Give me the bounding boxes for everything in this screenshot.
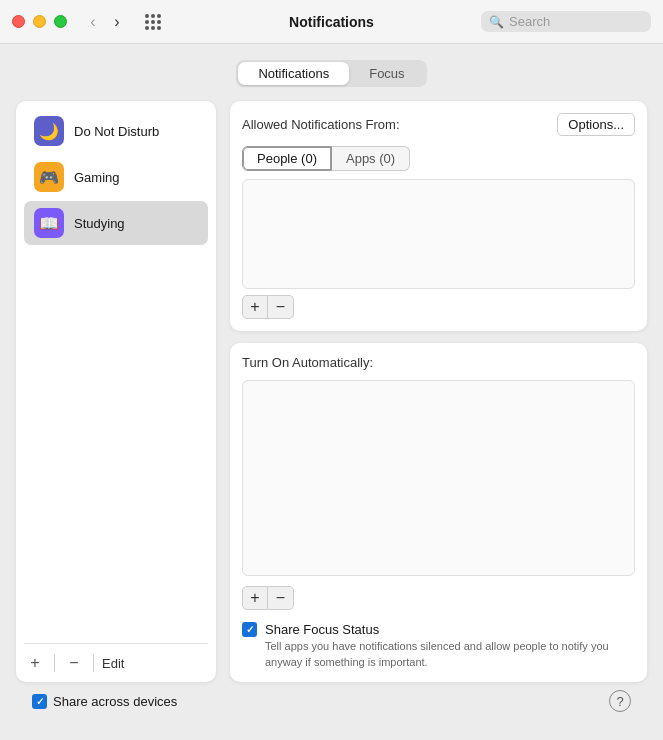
share-focus-title: Share Focus Status <box>265 622 635 637</box>
search-icon: 🔍 <box>489 15 504 29</box>
tabs-row: Notifications Focus <box>16 60 647 87</box>
people-list-area <box>242 179 635 289</box>
window-title: Notifications <box>289 14 374 30</box>
fullscreen-button[interactable] <box>54 15 67 28</box>
people-remove-button[interactable]: − <box>268 295 294 319</box>
titlebar: ‹ › Notifications 🔍 Search <box>0 0 663 44</box>
auto-section: Turn On Automatically: + − Share Focus S… <box>230 343 647 682</box>
gaming-label: Gaming <box>74 170 120 185</box>
main-content: Notifications Focus 🌙 Do Not Disturb 🎮 G… <box>0 44 663 740</box>
sidebar-add-button[interactable]: + <box>24 652 46 674</box>
tabs-container: Notifications Focus <box>236 60 426 87</box>
share-across-devices-checkbox[interactable] <box>32 694 47 709</box>
auto-list-area <box>242 380 635 576</box>
share-focus-checkbox[interactable] <box>242 622 257 637</box>
sidebar-items: 🌙 Do Not Disturb 🎮 Gaming 📖 Studying <box>24 109 208 639</box>
options-button[interactable]: Options... <box>557 113 635 136</box>
sidebar-bottom: + − Edit <box>24 643 208 674</box>
sidebar-remove-button[interactable]: − <box>63 652 85 674</box>
grid-menu-icon[interactable] <box>143 12 163 32</box>
auto-section-title: Turn On Automatically: <box>242 355 373 370</box>
subtab-apps[interactable]: Apps (0) <box>332 146 410 171</box>
auto-add-button[interactable]: + <box>242 586 268 610</box>
sidebar-item-gaming[interactable]: 🎮 Gaming <box>24 155 208 199</box>
right-panel: Allowed Notifications From: Options... P… <box>230 101 647 682</box>
share-focus-section: Share Focus Status Tell apps you have no… <box>242 622 635 670</box>
back-arrow[interactable]: ‹ <box>83 12 103 32</box>
allowed-section-title: Allowed Notifications From: <box>242 117 400 132</box>
gaming-icon: 🎮 <box>34 162 64 192</box>
auto-section-header: Turn On Automatically: <box>242 355 635 370</box>
body-layout: 🌙 Do Not Disturb 🎮 Gaming 📖 Studying + −… <box>16 101 647 682</box>
people-list-bottom: + − <box>242 295 635 319</box>
subtab-people[interactable]: People (0) <box>242 146 332 171</box>
sidebar-item-studying[interactable]: 📖 Studying <box>24 201 208 245</box>
sidebar-item-do-not-disturb[interactable]: 🌙 Do Not Disturb <box>24 109 208 153</box>
search-placeholder: Search <box>509 14 550 29</box>
allowed-section-header: Allowed Notifications From: Options... <box>242 113 635 136</box>
traffic-lights <box>12 15 67 28</box>
allowed-notifications-section: Allowed Notifications From: Options... P… <box>230 101 647 331</box>
subtabs-row: People (0) Apps (0) <box>242 146 635 171</box>
share-across-devices-label: Share across devices <box>53 694 177 709</box>
sidebar-divider <box>54 654 55 672</box>
help-button[interactable]: ? <box>609 690 631 712</box>
dnd-label: Do Not Disturb <box>74 124 159 139</box>
bottom-bar: Share across devices ? <box>16 682 647 724</box>
people-add-button[interactable]: + <box>242 295 268 319</box>
studying-icon: 📖 <box>34 208 64 238</box>
share-across-devices-row: Share across devices <box>32 694 177 709</box>
sidebar-edit-button[interactable]: Edit <box>102 656 124 671</box>
auto-list-bottom: + − <box>242 586 635 610</box>
close-button[interactable] <box>12 15 25 28</box>
tab-notifications[interactable]: Notifications <box>238 62 349 85</box>
auto-remove-button[interactable]: − <box>268 586 294 610</box>
sidebar-divider2 <box>93 654 94 672</box>
dnd-icon: 🌙 <box>34 116 64 146</box>
search-bar[interactable]: 🔍 Search <box>481 11 651 32</box>
nav-arrows: ‹ › <box>83 12 127 32</box>
tab-focus[interactable]: Focus <box>349 62 424 85</box>
share-focus-text: Share Focus Status Tell apps you have no… <box>265 622 635 670</box>
sidebar: 🌙 Do Not Disturb 🎮 Gaming 📖 Studying + −… <box>16 101 216 682</box>
minimize-button[interactable] <box>33 15 46 28</box>
share-focus-description: Tell apps you have notifications silence… <box>265 639 635 670</box>
forward-arrow[interactable]: › <box>107 12 127 32</box>
studying-label: Studying <box>74 216 125 231</box>
